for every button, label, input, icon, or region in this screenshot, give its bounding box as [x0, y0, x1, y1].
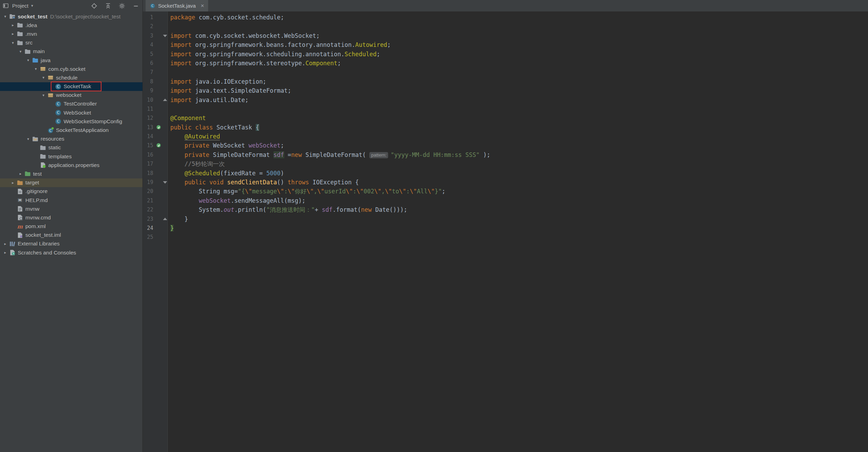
line-number[interactable]: 12 [143, 114, 153, 123]
editor-gutter[interactable]: 1234567891011121314151617181920212223242… [143, 11, 168, 452]
line-number[interactable]: 21 [143, 196, 153, 205]
line-number[interactable]: 13 [143, 123, 153, 132]
gutter-line[interactable]: 24 [143, 224, 167, 233]
gutter-line[interactable]: 7 [143, 68, 167, 77]
fold-start-fold-icon[interactable] [163, 181, 167, 184]
tree-item-websocket[interactable]: ▾websocket [0, 91, 142, 100]
gutter-line[interactable]: 20 [143, 187, 167, 196]
chevron-down-icon[interactable]: ▾ [40, 93, 47, 98]
tree-item-pom-xml[interactable]: mpom.xml [0, 222, 142, 231]
gutter-line[interactable]: 19 [143, 178, 167, 187]
line-number[interactable]: 2 [143, 22, 153, 31]
tree-item-testcontroller[interactable]: CTestController [0, 100, 142, 108]
tree-item-test[interactable]: ▸test [0, 169, 142, 178]
spring-bean-icon[interactable] [156, 125, 161, 131]
line-number[interactable]: 4 [143, 40, 153, 49]
tree-item-target[interactable]: ▸target [0, 178, 142, 187]
tree-item-websocketstompconfig[interactable]: CWebSocketStompConfig [0, 117, 142, 126]
chevron-down-icon[interactable]: ▾ [17, 49, 24, 54]
collapse-all-button[interactable] [105, 3, 111, 9]
gutter-line[interactable]: 18 [143, 169, 167, 178]
line-number[interactable]: 1 [143, 13, 153, 22]
gutter-line[interactable]: 2 [143, 22, 167, 31]
tree-item-socket-test[interactable]: ▾socket_testD:\socket_project\socket_tes… [0, 12, 142, 21]
line-number[interactable]: 3 [143, 31, 153, 40]
line-number[interactable]: 6 [143, 59, 153, 68]
locate-file-button[interactable] [91, 3, 97, 9]
chevron-right-icon[interactable]: ▸ [1, 250, 9, 255]
fold-start-fold-icon[interactable] [163, 35, 167, 37]
chevron-down-icon[interactable]: ▾ [31, 3, 33, 8]
chevron-down-icon[interactable]: ▾ [1, 14, 9, 19]
fold-end-fold-icon[interactable] [163, 218, 167, 220]
line-number[interactable]: 11 [143, 104, 153, 114]
hide-panel-button[interactable] [133, 3, 139, 9]
line-number[interactable]: 24 [143, 224, 153, 233]
tree-item-scratches-and-consoles[interactable]: ▸Scratches and Consoles [0, 248, 142, 257]
line-number[interactable]: 9 [143, 86, 153, 95]
gutter-line[interactable]: 4 [143, 40, 167, 49]
tree-item-src[interactable]: ▾src [0, 39, 142, 47]
gutter-line[interactable]: 3 [143, 31, 167, 40]
line-number[interactable]: 10 [143, 95, 153, 104]
chevron-down-icon[interactable]: ▾ [9, 41, 17, 45]
close-icon[interactable]: × [200, 2, 204, 9]
tree-item-idea[interactable]: ▸.idea [0, 21, 142, 30]
line-number[interactable]: 5 [143, 50, 153, 59]
tree-item-websocket[interactable]: CWebSocket [0, 108, 142, 117]
tree-item-sockettestapplication[interactable]: CSocketTestApplication [0, 126, 142, 134]
gutter-line[interactable]: 12 [143, 114, 167, 123]
gutter-line[interactable]: 22 [143, 205, 167, 214]
line-number[interactable]: 15 [143, 141, 153, 150]
gutter-line[interactable]: 9 [143, 86, 167, 95]
tree-item-application-properties[interactable]: application.properties [0, 161, 142, 169]
line-number[interactable]: 18 [143, 169, 153, 178]
tree-item-main[interactable]: ▾main [0, 47, 142, 56]
line-number[interactable]: 8 [143, 77, 153, 86]
line-number[interactable]: 19 [143, 178, 153, 187]
code-editor[interactable]: package com.cyb.socket.schedule;import c… [168, 11, 868, 452]
chevron-right-icon[interactable]: ▸ [9, 23, 17, 27]
tab-sockettask-java[interactable]: C SocketTask.java × [146, 0, 208, 11]
gutter-line[interactable]: 10 [143, 95, 167, 104]
line-number[interactable]: 22 [143, 205, 153, 214]
chevron-right-icon[interactable]: ▸ [9, 32, 17, 36]
spring-bean-icon[interactable] [156, 143, 161, 149]
line-number[interactable]: 20 [143, 187, 153, 196]
gutter-line[interactable]: 14 [143, 132, 167, 141]
tree-item-schedule[interactable]: ▾schedule [0, 73, 142, 82]
chevron-right-icon[interactable]: ▸ [17, 171, 24, 176]
tree-item-java[interactable]: ▾java [0, 56, 142, 65]
gutter-line[interactable]: 6 [143, 59, 167, 68]
chevron-right-icon[interactable]: ▸ [1, 242, 9, 246]
line-number[interactable]: 25 [143, 233, 153, 242]
chevron-down-icon[interactable]: ▾ [24, 137, 32, 141]
gutter-line[interactable]: 8 [143, 77, 167, 86]
tree-item-gitignore[interactable]: .gitignore [0, 187, 142, 196]
tree-item-static[interactable]: static [0, 143, 142, 152]
gutter-line[interactable]: 23 [143, 215, 167, 224]
tree-item-com-cyb-socket[interactable]: ▾com.cyb.socket [0, 65, 142, 73]
tree-item-resources[interactable]: ▾resources [0, 135, 142, 143]
tree-item-mvnw-cmd[interactable]: mvnw.cmd [0, 213, 142, 222]
line-number[interactable]: 23 [143, 215, 153, 224]
tree-item-mvnw[interactable]: mvnw [0, 204, 142, 213]
tree-item-socket-test-iml[interactable]: socket_test.iml [0, 231, 142, 240]
chevron-down-icon[interactable]: ▾ [32, 67, 40, 71]
line-number[interactable]: 16 [143, 150, 153, 159]
fold-end-fold-icon[interactable] [163, 99, 167, 101]
tree-item-mvn[interactable]: ▸.mvn [0, 30, 142, 38]
gutter-line[interactable]: 15 [143, 141, 167, 150]
line-number[interactable]: 7 [143, 68, 153, 77]
line-number[interactable]: 14 [143, 132, 153, 141]
gutter-line[interactable]: 5 [143, 50, 167, 59]
tree-item-help-md[interactable]: MHELP.md [0, 196, 142, 204]
chevron-down-icon[interactable]: ▾ [40, 75, 47, 80]
gutter-line[interactable]: 21 [143, 196, 167, 205]
chevron-down-icon[interactable]: ▾ [24, 58, 32, 62]
gutter-line[interactable]: 11 [143, 104, 167, 114]
gutter-line[interactable]: 16 [143, 150, 167, 159]
gutter-line[interactable]: 25 [143, 233, 167, 242]
gutter-line[interactable]: 17 [143, 159, 167, 168]
settings-gear-button[interactable] [119, 3, 125, 9]
